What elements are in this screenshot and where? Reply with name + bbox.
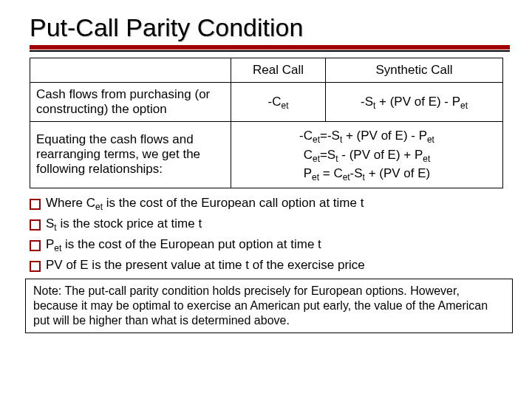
list-item: Pet is the cost of the European put opti… <box>30 237 510 252</box>
equation-1: -Cet=-St + (PV of E) - Pet <box>237 126 497 146</box>
slide: Put-Call Parity Condition Real Call Synt… <box>0 0 532 341</box>
list-item: PV of E is the present value at time t o… <box>30 258 510 273</box>
row1-label: Cash flows from purchasing (or construct… <box>30 83 231 122</box>
footnote-box: Note: The put-call parity condition hold… <box>25 279 513 333</box>
slide-title: Put-Call Parity Condition <box>30 13 510 42</box>
equation-2: Cet=St - (PV of E) + Pet <box>237 146 497 165</box>
table-row: Equating the cash flows and rearranging … <box>30 122 503 188</box>
title-rule <box>30 45 510 52</box>
list-item: Where Cet is the cost of the European ca… <box>30 196 510 211</box>
table-header-row: Real Call Synthetic Call <box>30 58 503 83</box>
list-item: St is the stock price at time t <box>30 216 510 231</box>
definitions-list: Where Cet is the cost of the European ca… <box>30 196 510 273</box>
row2-equations: -Cet=-St + (PV of E) - Pet Cet=St - (PV … <box>231 122 503 188</box>
parity-table: Real Call Synthetic Call Cash flows from… <box>30 58 503 188</box>
row1-synth: -St + (PV of E) - Pet <box>326 83 503 122</box>
row1-real: -Cet <box>231 83 326 122</box>
row2-label: Equating the cash flows and rearranging … <box>30 122 231 188</box>
header-synthetic-call: Synthetic Call <box>326 58 503 83</box>
header-blank <box>30 58 231 83</box>
header-real-call: Real Call <box>231 58 326 83</box>
equation-3: Pet = Cet-St + (PV of E) <box>237 164 497 183</box>
table-row: Cash flows from purchasing (or construct… <box>30 83 503 122</box>
